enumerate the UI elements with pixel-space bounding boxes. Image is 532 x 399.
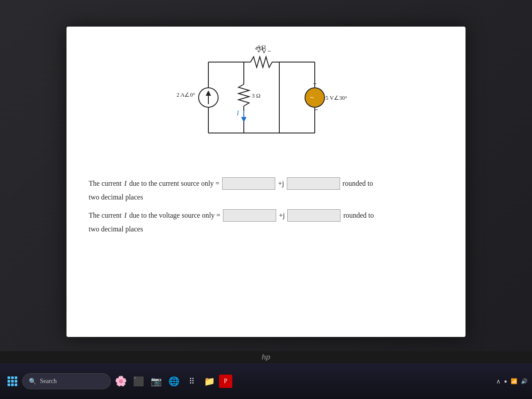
- taskbar-volume-icon: 🔊: [521, 378, 528, 384]
- line3-suffix: due to the voltage source only =: [129, 211, 220, 219]
- voltage-source-real-input[interactable]: [223, 209, 276, 222]
- line3-var: I: [124, 211, 126, 219]
- taskbar-icon-browser[interactable]: 🌐: [166, 373, 182, 389]
- current-source-imag-input[interactable]: [287, 177, 340, 190]
- taskbar-icon-camera[interactable]: 📷: [148, 373, 164, 389]
- svg-text:+: +: [313, 80, 317, 87]
- line1-plusj: +j: [278, 180, 284, 188]
- current-source-real-input[interactable]: [222, 177, 275, 190]
- content-area: + V − 4 Ω: [66, 27, 466, 337]
- line3-prefix: The current: [89, 211, 121, 219]
- svg-text:~: ~: [310, 94, 314, 102]
- line4-label: two decimal places: [89, 225, 143, 233]
- svg-text:3 Ω: 3 Ω: [252, 92, 260, 99]
- circuit-diagram: + V − 4 Ω: [84, 40, 448, 168]
- taskbar-icon-files[interactable]: ⬛: [130, 373, 146, 389]
- svg-text:4 Ω: 4 Ω: [255, 45, 263, 51]
- problem-line-1: The current I due to the current source …: [89, 177, 443, 190]
- windows-logo: [8, 376, 17, 386]
- svg-point-22: [305, 88, 325, 107]
- hp-logo: hp: [262, 353, 270, 361]
- svg-text:5 V∠30°: 5 V∠30°: [325, 94, 347, 101]
- taskbar-wifi-icon: 📶: [511, 378, 517, 384]
- problem-line-2: two decimal places: [89, 193, 443, 201]
- svg-text:I: I: [236, 110, 239, 117]
- problem-area: The current I due to the current source …: [84, 177, 448, 233]
- taskbar: 🔍 Search 🌸 ⬛ 📷 🌐 ⠿ 📁 P ∧ ● 📶 🔊: [0, 364, 532, 399]
- taskbar-chevron-up[interactable]: ∧: [496, 378, 501, 385]
- taskbar-icon-grid[interactable]: ⠿: [184, 373, 200, 389]
- svg-text:2 A∠0°: 2 A∠0°: [176, 91, 195, 98]
- problem-line-3: The current I due to the voltage source …: [89, 209, 443, 222]
- screen: + V − 4 Ω: [0, 0, 532, 364]
- search-bar[interactable]: 🔍 Search: [22, 373, 111, 389]
- start-button[interactable]: [4, 373, 20, 389]
- taskbar-icon-pill[interactable]: P: [219, 375, 232, 388]
- voltage-source-imag-input[interactable]: [287, 209, 340, 222]
- search-label: Search: [40, 378, 57, 385]
- line1-rounded: rounded to: [343, 180, 373, 188]
- taskbar-icon-flower[interactable]: 🌸: [113, 373, 129, 389]
- search-icon: 🔍: [29, 378, 36, 385]
- hp-strip: hp: [0, 351, 532, 364]
- line3-plusj: +j: [279, 211, 285, 219]
- taskbar-icon-folder[interactable]: 📁: [201, 373, 217, 389]
- line2-label: two decimal places: [89, 193, 143, 201]
- taskbar-battery-icon: ●: [504, 378, 507, 384]
- problem-line-4: two decimal places: [89, 225, 443, 233]
- line1-prefix: The current: [89, 180, 121, 188]
- line1-suffix: due to the current source only =: [129, 180, 220, 188]
- taskbar-right-area: ∧ ● 📶 🔊: [496, 378, 528, 385]
- line1-var: I: [124, 180, 126, 188]
- line3-rounded: rounded to: [343, 211, 374, 219]
